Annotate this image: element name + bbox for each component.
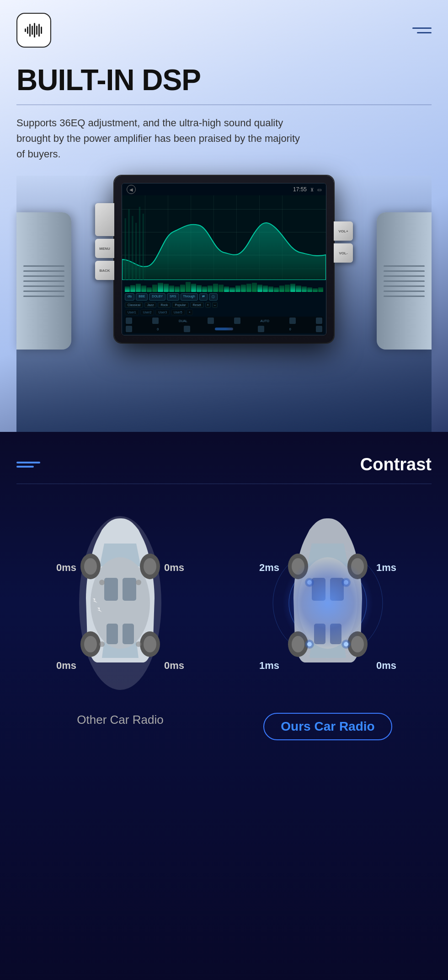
logo-icon — [23, 19, 45, 41]
other-car-label: Other Car Radio — [77, 713, 163, 727]
svg-rect-0 — [25, 28, 26, 32]
zero-label-right: 0 — [289, 328, 291, 331]
snowflake-icon[interactable] — [208, 318, 214, 324]
other-car-column: 0ms 0ms 0ms 0ms — [21, 507, 219, 727]
return-icon[interactable] — [184, 326, 190, 332]
user3-button[interactable]: User3 — [155, 309, 170, 315]
preset-reset[interactable]: Reset — [190, 302, 204, 308]
ours-bottom-left-label: 1ms — [259, 660, 279, 672]
svg-rect-12 — [139, 207, 140, 280]
user2-button[interactable]: User2 — [140, 309, 155, 315]
dual-label: DUAL — [179, 319, 187, 323]
fx-swap[interactable]: ⇄ — [199, 293, 208, 301]
eq-display — [122, 195, 326, 280]
contrast-divider — [16, 484, 432, 484]
other-bottom-right-label: 0ms — [164, 660, 184, 672]
fx-bbe[interactable]: BBE — [136, 293, 148, 301]
preset-plus[interactable]: + — [205, 302, 211, 308]
right-vent — [377, 212, 432, 350]
other-bottom-left-label: 0ms — [56, 660, 76, 672]
our-car-label-wrapper: Ours Car Radio — [263, 713, 392, 740]
bottom-nav: DUAL AUTO — [125, 317, 323, 325]
header — [16, 13, 432, 48]
title-divider — [16, 104, 432, 105]
vol-minus-button[interactable]: VOL- — [334, 243, 353, 263]
our-car-column: 2ms 1ms 1ms 0ms — [229, 507, 427, 740]
contrast-section: Contrast 0ms 0ms 0ms 0ms — [0, 432, 448, 980]
other-top-right-label: 0ms — [164, 562, 184, 574]
vol-icon[interactable] — [316, 326, 322, 332]
status-bar: ◀ 17:55 ⊻ ▭ — [122, 183, 326, 195]
progress-bar — [215, 328, 233, 330]
svg-rect-9 — [128, 209, 129, 280]
home-icon[interactable] — [126, 318, 132, 324]
svg-rect-3 — [32, 26, 33, 35]
device-container: MENU BACK VOL+ VOL- ◀ 17:55 ⊻ — [16, 176, 432, 432]
svg-rect-13 — [143, 214, 144, 280]
cars-comparison: 0ms 0ms 0ms 0ms — [16, 507, 432, 740]
svg-rect-4 — [34, 23, 35, 38]
other-top-left-label: 0ms — [56, 562, 76, 574]
device-screen: ◀ 17:55 ⊻ ▭ — [122, 183, 326, 335]
curve-icon[interactable] — [289, 318, 296, 324]
contrast-decoration — [16, 462, 40, 468]
preset-popular[interactable]: Popular — [172, 302, 188, 308]
speaker-icon[interactable] — [316, 318, 322, 324]
fx-dolby[interactable]: DOLBY — [149, 293, 165, 301]
back-button[interactable]: BACK — [95, 261, 114, 280]
our-car-label: Ours Car Radio — [263, 713, 392, 740]
contrast-header: Contrast — [16, 455, 432, 474]
ours-bottom-right-label: 0ms — [376, 660, 396, 672]
other-car-wrapper: 0ms 0ms 0ms 0ms — [56, 507, 184, 699]
logo — [16, 13, 51, 48]
zero-label-left: 0 — [157, 328, 159, 331]
hero-section: BUILT-IN DSP Supports 36EQ adjustment, a… — [0, 0, 448, 432]
bottom-nav-2: 0 0 — [125, 325, 323, 333]
eq-icon[interactable] — [258, 326, 264, 332]
svg-rect-6 — [38, 24, 40, 37]
svg-rect-7 — [41, 27, 42, 34]
fx-dts[interactable]: dts — [125, 293, 134, 301]
preset-classical[interactable]: Classical — [125, 302, 143, 308]
preset-jazz[interactable]: Jazz — [144, 302, 156, 308]
user-add-button[interactable]: + — [187, 309, 193, 315]
svg-rect-2 — [29, 24, 31, 37]
car-radio-device: MENU BACK VOL+ VOL- ◀ 17:55 ⊻ — [114, 176, 334, 343]
svg-rect-5 — [36, 26, 37, 35]
user5-button[interactable]: User5 — [171, 309, 185, 315]
car-icon[interactable] — [234, 318, 240, 324]
subtitle-text: Supports 36EQ adjustment, and the ultra-… — [16, 115, 300, 162]
preset-rock[interactable]: Rock — [158, 302, 171, 308]
eq-bands-area: dts BBE DOLBY SRS Through ⇄ ⓘ Classical … — [122, 280, 326, 335]
arrow-icon[interactable] — [126, 326, 132, 332]
hamburger-menu-button[interactable] — [412, 27, 432, 33]
vol-plus-button[interactable]: VOL+ — [334, 221, 353, 241]
our-car-wrapper: 2ms 1ms 1ms 0ms — [264, 507, 392, 699]
page-title: BUILT-IN DSP — [16, 64, 432, 96]
user1-button[interactable]: User1 — [125, 309, 139, 315]
svg-rect-11 — [135, 223, 137, 280]
menu-button[interactable]: MENU — [95, 239, 114, 258]
other-car-timing-labels: 0ms 0ms 0ms 0ms — [56, 507, 184, 699]
fx-srs[interactable]: SRS — [167, 293, 179, 301]
preset-minus[interactable]: – — [212, 302, 218, 308]
left-big-button[interactable] — [95, 203, 114, 236]
ours-top-left-label: 2ms — [259, 562, 279, 574]
our-car-timing-labels: 2ms 1ms 1ms 0ms — [264, 507, 392, 699]
auto-label: AUTO — [261, 319, 269, 323]
svg-rect-10 — [132, 216, 133, 280]
svg-rect-8 — [125, 218, 126, 280]
fx-info[interactable]: ⓘ — [209, 293, 218, 301]
fx-through[interactable]: Through — [181, 293, 198, 301]
ours-top-right-label: 1ms — [376, 562, 396, 574]
svg-rect-1 — [27, 27, 28, 34]
left-vent — [16, 212, 71, 350]
contrast-title: Contrast — [360, 455, 432, 474]
power-icon[interactable] — [152, 318, 159, 324]
